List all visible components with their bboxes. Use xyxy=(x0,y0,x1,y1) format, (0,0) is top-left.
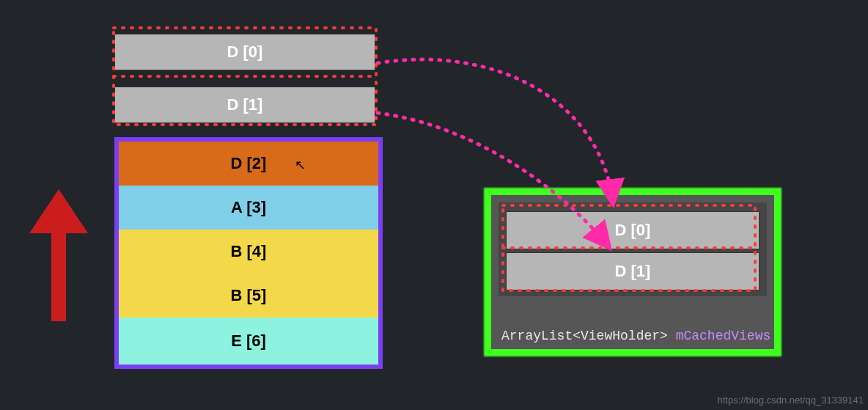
list-item-label: B [5] xyxy=(231,286,267,305)
list-item: D [2] xyxy=(119,142,378,186)
list-item: E [6] xyxy=(119,318,378,365)
scrap-row-label: D [1] xyxy=(227,95,263,114)
scrap-row-label: D [0] xyxy=(227,43,263,62)
list-item-label: B [4] xyxy=(231,242,267,261)
list-item: B [4] xyxy=(119,230,378,274)
recycler-viewport: D [2] A [3] B [4] B [5] E [6] xyxy=(114,137,383,369)
diagram-canvas: D [0] D [1] D [2] A [3] B [4] B [5] E [6… xyxy=(0,0,868,410)
cache-item-1: D [1] xyxy=(506,252,760,290)
cache-type-text: ArrayList<ViewHolder> xyxy=(501,329,668,343)
list-item: A [3] xyxy=(119,186,378,230)
cache-item-label: D [1] xyxy=(615,262,651,281)
scroll-up-arrow-icon xyxy=(29,189,88,321)
cache-item-0: D [0] xyxy=(506,211,760,249)
list-item-label: D [2] xyxy=(231,154,267,173)
cursor-icon: ↖ xyxy=(295,157,306,173)
cache-item-label: D [0] xyxy=(615,221,651,240)
cache-field-name: mCachedViews xyxy=(676,329,771,343)
scrap-row-1: D [1] xyxy=(114,87,375,123)
cache-container: D [0] D [1] ArrayList<ViewHolder> mCache… xyxy=(485,189,780,355)
list-item-label: E [6] xyxy=(231,332,266,351)
scrap-row-0: D [0] xyxy=(114,34,375,70)
cache-caption: ArrayList<ViewHolder> mCachedViews xyxy=(501,329,770,343)
list-item: B [5] xyxy=(119,274,378,318)
list-item-label: A [3] xyxy=(231,198,266,217)
cache-inner: D [0] D [1] xyxy=(499,202,767,296)
watermark-text: https://blog.csdn.net/qq_31339141 xyxy=(718,395,864,406)
